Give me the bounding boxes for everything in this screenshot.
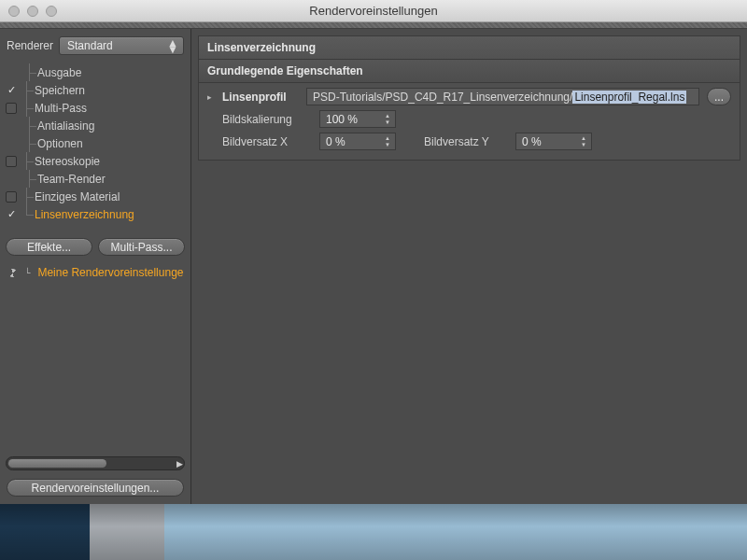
- preset-label: Meine Rendervoreinstellunge: [37, 266, 183, 279]
- checkbox-checked-icon[interactable]: [4, 84, 19, 97]
- checkbox-checked-icon[interactable]: [4, 208, 19, 221]
- renderer-label: Renderer: [7, 39, 53, 52]
- section-title: Linsenverzeichnung: [198, 35, 740, 59]
- path-prefix: PSD-Tutorials/PSD_C4D_R17_Linsenverzeich…: [313, 91, 572, 104]
- sidebar-item-einzigesmaterial[interactable]: Einziges Material: [0, 188, 190, 205]
- main-panel: Linsenverzeichnung Grundlegende Eigensch…: [191, 29, 747, 504]
- toolbar-hatch: [0, 22, 747, 29]
- disclosure-icon[interactable]: ▸: [207, 92, 215, 102]
- lensprofile-label: Linsenprofil: [222, 91, 299, 104]
- sidebar-item-speichern[interactable]: Speichern: [0, 81, 190, 99]
- sidebar-item-linsenverzeichnung[interactable]: Linsenverzeichnung: [0, 205, 190, 223]
- scrollbar-thumb[interactable]: [8, 459, 106, 468]
- preset-row[interactable]: └ Meine Rendervoreinstellunge: [0, 260, 190, 283]
- path-selected: Linsenprofil_Regal.lns: [572, 91, 686, 104]
- spinner-icon[interactable]: ▲▼: [579, 135, 588, 147]
- sidebar-item-multipass[interactable]: Multi-Pass: [0, 99, 190, 117]
- offsety-input[interactable]: 0 % ▲▼: [515, 133, 592, 150]
- expand-icon[interactable]: [7, 268, 17, 277]
- horizontal-scrollbar[interactable]: ◀ ▶: [6, 456, 185, 470]
- effects-button[interactable]: Effekte...: [6, 238, 92, 256]
- spinner-icon[interactable]: ▲▼: [383, 113, 392, 125]
- sidebar-item-antialiasing[interactable]: Antialiasing: [0, 117, 190, 134]
- lensprofile-path-input[interactable]: PSD-Tutorials/PSD_C4D_R17_Linsenverzeich…: [306, 88, 699, 105]
- offsetx-input[interactable]: 0 % ▲▼: [319, 133, 396, 150]
- checkbox-icon[interactable]: [6, 156, 17, 167]
- sidebar-item-teamrender[interactable]: Team-Render: [0, 170, 190, 188]
- render-settings-button[interactable]: Rendervoreinstellungen...: [7, 479, 184, 497]
- checkbox-icon[interactable]: [6, 103, 17, 114]
- scale-input[interactable]: 100 % ▲▼: [319, 110, 396, 128]
- renderer-value: Standard: [67, 39, 113, 52]
- sidebar-tree: Ausgabe Speichern Multi-Pass Antialiasin…: [0, 62, 190, 233]
- checkbox-icon[interactable]: [6, 191, 17, 203]
- scale-label: Bildskalierung: [222, 113, 312, 126]
- chevron-updown-icon: ▲▼: [167, 40, 178, 53]
- sidebar-item-stereoskopie[interactable]: Stereoskopie: [0, 152, 190, 170]
- spinner-icon[interactable]: ▲▼: [383, 135, 392, 147]
- window-title: Rendervoreinstellungen: [0, 4, 747, 18]
- scroll-right-icon[interactable]: ▶: [173, 457, 186, 469]
- browse-button[interactable]: ...: [707, 88, 731, 105]
- sidebar-item-ausgabe[interactable]: Ausgabe: [0, 63, 190, 81]
- renderer-select[interactable]: Standard ▲▼: [59, 36, 184, 55]
- offsetx-label: Bildversatz X: [222, 135, 312, 148]
- window-titlebar: Rendervoreinstellungen: [0, 0, 747, 22]
- offsety-label: Bildversatz Y: [424, 135, 508, 148]
- tree-branch-icon: └: [24, 268, 30, 277]
- subsection-title: Grundlegende Eigenschaften: [199, 60, 740, 83]
- sidebar-item-optionen[interactable]: Optionen: [0, 134, 190, 152]
- viewport-background: [0, 504, 747, 560]
- multipass-button[interactable]: Multi-Pass...: [98, 238, 185, 256]
- sidebar: Renderer Standard ▲▼ Ausgabe Speichern M…: [0, 29, 191, 504]
